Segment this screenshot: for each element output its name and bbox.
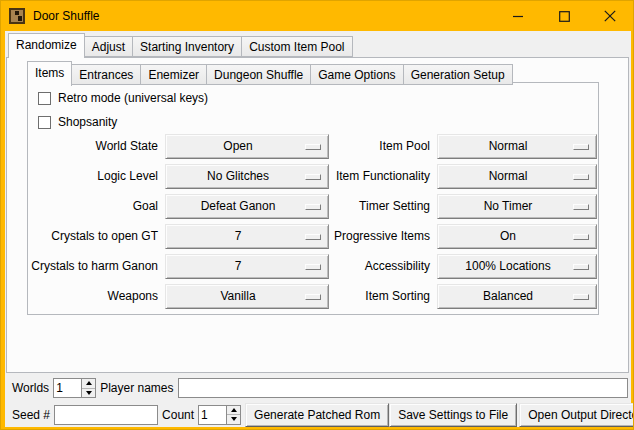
shopsanity-checkbox[interactable]	[38, 116, 51, 129]
logic-level-value: No Glitches	[207, 169, 269, 183]
seed-row: Seed # Count Generate Patched Rom Save S…	[5, 402, 631, 427]
dropdown-indicator-icon	[573, 234, 589, 240]
tab-starting-inventory[interactable]: Starting Inventory	[133, 36, 242, 57]
dropdown-indicator-icon	[573, 204, 589, 210]
tab-generation-setup[interactable]: Generation Setup	[404, 64, 513, 85]
item-sorting-dropdown[interactable]: Balanced	[437, 284, 597, 309]
timer-setting-value: No Timer	[484, 199, 533, 213]
goal-value: Defeat Ganon	[201, 199, 276, 213]
crystals-ganon-label: Crystals to harm Ganon	[30, 254, 158, 279]
app-icon	[9, 8, 25, 24]
count-label: Count	[158, 408, 198, 422]
crystals-ganon-value: 7	[235, 259, 242, 273]
randomize-pane: Items Entrances Enemizer Dungeon Shuffle…	[6, 57, 629, 373]
dropdown-indicator-icon	[573, 264, 589, 270]
progressive-items-value: On	[500, 229, 516, 243]
worlds-spinbox	[53, 378, 96, 398]
tab-game-options[interactable]: Game Options	[311, 64, 403, 85]
spin-up-icon	[86, 381, 92, 385]
item-sorting-value: Balanced	[483, 289, 533, 303]
seed-input[interactable]	[54, 405, 158, 425]
tab-items[interactable]: Items	[27, 61, 72, 86]
tab-randomize[interactable]: Randomize	[8, 33, 85, 58]
weapons-label: Weapons	[30, 284, 158, 309]
logic-level-label: Logic Level	[30, 164, 158, 189]
minimize-icon	[513, 11, 524, 22]
count-spin-arrows	[226, 406, 240, 424]
count-spinbox	[198, 405, 241, 425]
tab-enemizer[interactable]: Enemizer	[141, 64, 207, 85]
client-area: Randomize Adjust Starting Inventory Cust…	[5, 31, 631, 427]
items-pane: Retro mode (universal keys) Shopsanity W…	[27, 82, 599, 315]
dropdown-indicator-icon	[573, 294, 589, 300]
shopsanity-label: Shopsanity	[58, 115, 117, 129]
goal-label: Goal	[30, 194, 158, 219]
timer-setting-label: Timer Setting	[300, 194, 430, 219]
item-functionality-value: Normal	[489, 169, 528, 183]
open-output-directory-button[interactable]: Open Output Directory	[519, 403, 634, 427]
close-button[interactable]	[587, 1, 633, 31]
retro-mode-label: Retro mode (universal keys)	[58, 91, 208, 105]
player-names-input[interactable]	[178, 378, 629, 398]
accessibility-value: 100% Locations	[465, 259, 550, 273]
spin-down-icon	[231, 417, 237, 421]
retro-mode-checkbox[interactable]	[38, 92, 51, 105]
sub-tabbar: Items Entrances Enemizer Dungeon Shuffle…	[27, 61, 513, 85]
crystals-gt-value: 7	[235, 229, 242, 243]
count-input[interactable]	[199, 406, 226, 424]
maximize-button[interactable]	[541, 1, 587, 31]
minimize-button[interactable]	[495, 1, 541, 31]
app-icon-keyhole	[15, 11, 19, 15]
close-icon	[604, 10, 616, 22]
shopsanity-row: Shopsanity	[38, 115, 117, 129]
titlebar: Door Shuffle	[1, 1, 633, 31]
weapons-value: Vanilla	[220, 289, 255, 303]
worlds-spin-arrows	[81, 379, 95, 397]
item-functionality-label: Item Functionality	[300, 164, 430, 189]
main-tabbar: Randomize Adjust Starting Inventory Cust…	[8, 33, 353, 57]
tab-adjust[interactable]: Adjust	[85, 36, 133, 57]
count-spin-down[interactable]	[227, 415, 240, 424]
dropdown-indicator-icon	[573, 144, 589, 150]
item-pool-dropdown[interactable]: Normal	[437, 134, 597, 159]
retro-mode-row: Retro mode (universal keys)	[38, 91, 208, 105]
worlds-input[interactable]	[54, 379, 81, 397]
player-names-label: Player names	[96, 381, 177, 395]
world-state-label: World State	[30, 134, 158, 159]
tab-dungeon-shuffle[interactable]: Dungeon Shuffle	[207, 64, 311, 85]
spin-down-icon	[86, 391, 92, 395]
tab-entrances[interactable]: Entrances	[72, 64, 141, 85]
window-controls	[495, 1, 633, 31]
item-pool-label: Item Pool	[300, 134, 430, 159]
worlds-spin-down[interactable]	[82, 389, 95, 398]
count-spin-up[interactable]	[227, 406, 240, 416]
tab-custom-item-pool[interactable]: Custom Item Pool	[242, 36, 352, 57]
spin-up-icon	[231, 408, 237, 412]
seed-label: Seed #	[8, 408, 54, 422]
dropdown-indicator-icon	[573, 174, 589, 180]
item-pool-value: Normal	[489, 139, 528, 153]
generate-patched-rom-button[interactable]: Generate Patched Rom	[245, 403, 389, 427]
accessibility-dropdown[interactable]: 100% Locations	[437, 254, 597, 279]
item-functionality-dropdown[interactable]: Normal	[437, 164, 597, 189]
timer-setting-dropdown[interactable]: No Timer	[437, 194, 597, 219]
worlds-label: Worlds	[8, 381, 53, 395]
item-sorting-label: Item Sorting	[300, 284, 430, 309]
maximize-icon	[559, 11, 570, 22]
world-state-value: Open	[223, 139, 252, 153]
window-title: Door Shuffle	[33, 9, 100, 23]
app-icon-mark	[18, 16, 22, 21]
save-settings-button[interactable]: Save Settings to File	[389, 403, 517, 427]
progressive-items-label: Progressive Items	[300, 224, 430, 249]
crystals-gt-label: Crystals to open GT	[30, 224, 158, 249]
worlds-spin-up[interactable]	[82, 379, 95, 389]
worlds-row: Worlds Player names	[5, 377, 631, 399]
accessibility-label: Accessibility	[300, 254, 430, 279]
progressive-items-dropdown[interactable]: On	[437, 224, 597, 249]
app-window: Door Shuffle Randomize	[0, 0, 634, 430]
